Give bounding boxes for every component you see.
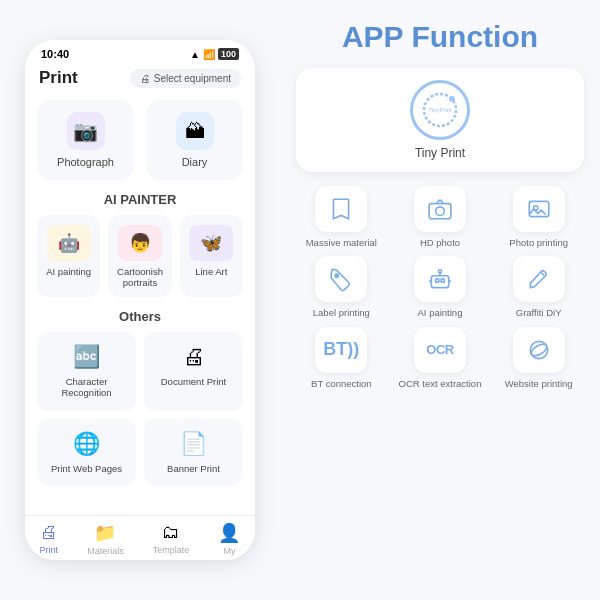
planet-icon bbox=[526, 337, 552, 363]
print-web-pages-item[interactable]: 🌐 Print Web Pages bbox=[37, 419, 136, 486]
line-art-item[interactable]: 🦋 Line Art bbox=[180, 215, 243, 297]
signal-icon: 📶 bbox=[203, 49, 215, 60]
diary-icon-wrap: 🏔 bbox=[176, 112, 214, 150]
bluetooth-icon: BT)) bbox=[323, 339, 359, 360]
nav-template[interactable]: 🗂 Template bbox=[153, 522, 190, 556]
photograph-icon-wrap: 📷 bbox=[67, 112, 105, 150]
feature-massive-material: Massive material bbox=[296, 186, 387, 248]
bookmark-icon bbox=[328, 196, 354, 222]
photo-printing-label: Photo printing bbox=[509, 237, 568, 248]
page-title: Print bbox=[39, 68, 78, 88]
character-recognition-item[interactable]: 🔤 Character Recognition bbox=[37, 332, 136, 411]
tiny-print-label: Tiny Print bbox=[415, 146, 465, 160]
print-web-label: Print Web Pages bbox=[51, 463, 122, 474]
nav-my[interactable]: 👤 My bbox=[218, 522, 240, 556]
document-print-icon: 🖨 bbox=[183, 344, 205, 370]
graffiti-diy-label: Graffiti DiY bbox=[516, 307, 562, 318]
feature-photo-printing: Photo printing bbox=[493, 186, 584, 248]
tag-icon bbox=[328, 266, 354, 292]
svg-rect-10 bbox=[441, 279, 444, 282]
hd-photo-icon-wrap bbox=[414, 186, 466, 232]
app-function-section: APP Function TinyPrint Tiny Print Massiv… bbox=[280, 0, 600, 600]
wifi-icon: ▲ bbox=[190, 49, 200, 60]
quick-item-photograph[interactable]: 📷 Photograph bbox=[37, 100, 134, 180]
ai-painter-grid: 🤖 AI painting 👦 Cartoonish portraits 🦋 L… bbox=[37, 215, 243, 297]
banner-print-item[interactable]: 📄 Banner Print bbox=[144, 419, 243, 486]
cartoonish-label: Cartoonish portraits bbox=[114, 266, 165, 289]
line-art-label: Line Art bbox=[195, 266, 227, 277]
nav-print[interactable]: 🖨 Print bbox=[40, 522, 59, 556]
nav-template-label: Template bbox=[153, 545, 190, 555]
massive-material-label: Massive material bbox=[306, 237, 377, 248]
nav-template-icon: 🗂 bbox=[162, 522, 180, 543]
nav-my-label: My bbox=[223, 546, 235, 556]
status-icons: ▲ 📶 100 bbox=[190, 48, 239, 60]
nav-materials-icon: 📁 bbox=[94, 522, 116, 544]
tiny-print-logo-svg: TinyPrint bbox=[417, 87, 463, 133]
label-printing-label: Label printing bbox=[313, 307, 370, 318]
pen-icon bbox=[526, 266, 552, 292]
ai-painting-feature-icon-wrap bbox=[414, 256, 466, 302]
select-equipment-button[interactable]: 🖨 Select equipment bbox=[130, 69, 241, 88]
battery-icon: 100 bbox=[218, 48, 239, 60]
quick-access-row: 📷 Photograph 🏔 Diary bbox=[37, 100, 243, 180]
label-printing-icon-wrap bbox=[315, 256, 367, 302]
svg-rect-9 bbox=[436, 279, 439, 282]
svg-point-7 bbox=[335, 275, 338, 278]
character-recognition-icon: 🔤 bbox=[73, 344, 100, 370]
quick-item-diary[interactable]: 🏔 Diary bbox=[146, 100, 243, 180]
feature-graffiti-diy: Graffiti DiY bbox=[493, 256, 584, 318]
others-grid: 🔤 Character Recognition 🖨 Document Print… bbox=[37, 332, 243, 486]
cartoonish-item[interactable]: 👦 Cartoonish portraits bbox=[108, 215, 171, 297]
character-recognition-label: Character Recognition bbox=[47, 376, 126, 399]
nav-my-icon: 👤 bbox=[218, 522, 240, 544]
document-print-item[interactable]: 🖨 Document Print bbox=[144, 332, 243, 411]
bottom-navigation: 🖨 Print 📁 Materials 🗂 Template 👤 My bbox=[25, 515, 255, 560]
status-time: 10:40 bbox=[41, 48, 69, 60]
ai-painter-section-title: AI PAINTER bbox=[37, 192, 243, 207]
feature-label-printing: Label printing bbox=[296, 256, 387, 318]
svg-point-4 bbox=[436, 207, 445, 216]
svg-rect-3 bbox=[429, 204, 451, 219]
svg-point-11 bbox=[438, 270, 441, 273]
banner-print-label: Banner Print bbox=[167, 463, 220, 474]
svg-point-2 bbox=[449, 96, 455, 102]
bt-connection-icon-wrap: BT)) bbox=[315, 327, 367, 373]
svg-rect-5 bbox=[529, 201, 549, 216]
status-bar: 10:40 ▲ 📶 100 bbox=[25, 40, 255, 64]
feature-website-printing: Website printing bbox=[493, 327, 584, 389]
photograph-label: Photograph bbox=[57, 156, 114, 168]
feature-grid: Massive material HD photo Photo printing… bbox=[296, 186, 584, 389]
nav-materials-label: Materials bbox=[87, 546, 124, 556]
hd-photo-label: HD photo bbox=[420, 237, 460, 248]
feature-hd-photo: HD photo bbox=[395, 186, 486, 248]
massive-material-icon-wrap bbox=[315, 186, 367, 232]
svg-text:TinyPrint: TinyPrint bbox=[428, 107, 452, 113]
phone-scroll-area[interactable]: 📷 Photograph 🏔 Diary AI PAINTER 🤖 AI pai… bbox=[25, 96, 255, 515]
printer-icon: 🖨 bbox=[140, 73, 150, 84]
tiny-print-logo: TinyPrint bbox=[410, 80, 470, 140]
diary-label: Diary bbox=[182, 156, 208, 168]
graffiti-diy-icon-wrap bbox=[513, 256, 565, 302]
banner-print-icon: 📄 bbox=[180, 431, 207, 457]
ai-painting-item[interactable]: 🤖 AI painting bbox=[37, 215, 100, 297]
feature-ai-painting: AI painting bbox=[395, 256, 486, 318]
nav-print-icon: 🖨 bbox=[40, 522, 58, 543]
tiny-print-card: TinyPrint Tiny Print bbox=[296, 68, 584, 172]
cartoonish-icon: 👦 bbox=[118, 225, 162, 261]
website-printing-icon-wrap bbox=[513, 327, 565, 373]
ai-painting-label: AI painting bbox=[46, 266, 91, 277]
ai-painting-feature-label: AI painting bbox=[418, 307, 463, 318]
robot-icon bbox=[427, 266, 453, 292]
line-art-icon: 🦋 bbox=[189, 225, 233, 261]
feature-ocr: OCR OCR text extraction bbox=[395, 327, 486, 389]
nav-materials[interactable]: 📁 Materials bbox=[87, 522, 124, 556]
photo-printing-icon-wrap bbox=[513, 186, 565, 232]
svg-rect-8 bbox=[431, 276, 448, 288]
nav-print-label: Print bbox=[40, 545, 59, 555]
print-web-icon: 🌐 bbox=[73, 431, 100, 457]
ocr-label: OCR text extraction bbox=[399, 378, 482, 389]
ocr-icon-wrap: OCR bbox=[414, 327, 466, 373]
ocr-icon: OCR bbox=[426, 342, 453, 357]
website-printing-label: Website printing bbox=[505, 378, 573, 389]
